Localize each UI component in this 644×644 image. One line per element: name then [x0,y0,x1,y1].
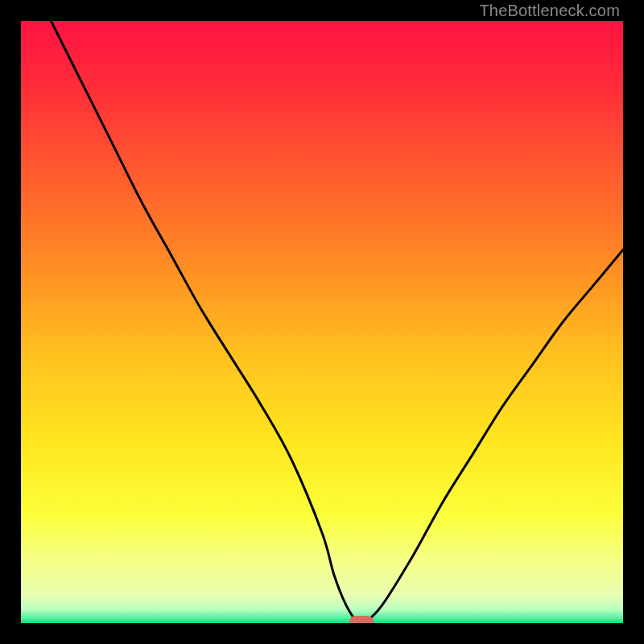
chart-frame: TheBottleneck.com [0,0,644,644]
optimum-marker [349,616,374,623]
plot-area [21,21,623,623]
bottleneck-curve [21,21,623,623]
watermark-text: TheBottleneck.com [479,2,620,20]
